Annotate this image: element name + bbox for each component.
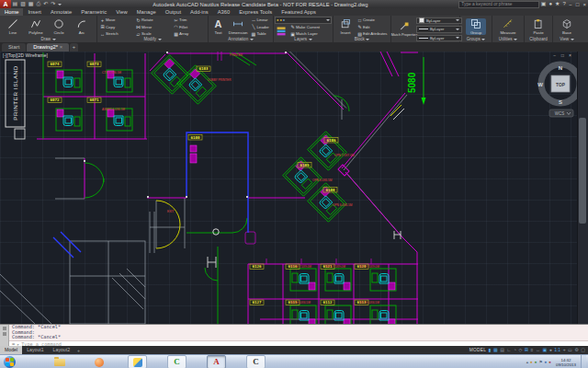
signin-icon[interactable]: ▣ — [541, 0, 547, 8]
taskbar-autocad-button[interactable]: A — [207, 355, 226, 368]
tab-output[interactable]: Output — [161, 8, 186, 16]
infocenter-search-input[interactable]: Type a keyword or phrase — [458, 1, 539, 8]
tab-addins[interactable]: Add-ins — [186, 8, 213, 16]
tool-scale[interactable]: ▱Scale — [135, 30, 172, 37]
tab-a360[interactable]: A360 — [213, 8, 235, 16]
transparency-icon[interactable]: ↔ — [536, 346, 540, 354]
undo-icon[interactable]: ↶ — [43, 0, 48, 8]
tool-line[interactable]: Line — [2, 18, 24, 35]
tool-leader[interactable]: ╲Leader — [250, 24, 271, 30]
model-space-label[interactable]: MODEL — [469, 348, 487, 352]
linetype-dropdown[interactable]: ByLayer — [416, 35, 462, 42]
tool-paste[interactable]: Paste — [528, 18, 548, 35]
scrollbar-thumb[interactable] — [579, 118, 586, 224]
tool-edit-block[interactable]: ✎Edit — [356, 24, 389, 30]
favorites-icon[interactable]: ★ — [555, 0, 560, 8]
annotation-visibility-icon[interactable]: ● — [549, 346, 552, 354]
tool-mirror[interactable]: ⋈Mirror — [135, 24, 172, 30]
isodraft-icon[interactable]: ◇ — [518, 346, 522, 354]
tool-fillet[interactable]: ◠Fillet — [173, 24, 206, 30]
recent-commands-icon[interactable] — [3, 332, 6, 336]
tool-measure[interactable]: Measure — [496, 18, 520, 35]
start-button[interactable] — [4, 356, 16, 368]
open-icon[interactable]: ▨ — [20, 0, 26, 8]
taskbar-photo-button[interactable] — [128, 355, 147, 368]
save-icon[interactable]: ▦ — [28, 0, 34, 8]
file-tab-start[interactable]: Start — [2, 43, 26, 52]
wcs-dropdown[interactable]: WCS — [549, 109, 573, 117]
model-paper-icon[interactable]: ▮ — [489, 346, 492, 354]
viewcube-south[interactable]: S — [559, 99, 562, 105]
taskbar-explorer-button[interactable] — [51, 356, 68, 368]
close-button[interactable]: × — [582, 2, 586, 7]
help-icon[interactable]: ? — [563, 0, 566, 8]
tool-insert[interactable]: Insert — [335, 18, 356, 35]
taskbar-media-button[interactable] — [90, 356, 107, 368]
tool-text[interactable]: A Text — [210, 18, 226, 35]
tray-update-icon[interactable]: ● — [530, 360, 533, 364]
taskbar-camtasia-button[interactable]: C — [167, 355, 187, 368]
tab-parametric[interactable]: Parametric — [76, 8, 111, 16]
new-icon[interactable]: ▤ — [13, 0, 18, 8]
tab-featured-apps[interactable]: Featured Apps — [277, 8, 321, 16]
tool-make-current[interactable]: ✎Make Current — [289, 24, 331, 30]
tool-circle[interactable]: Circle — [48, 18, 70, 35]
osnap-icon[interactable]: ⊞ — [525, 346, 528, 354]
tool-arc[interactable]: Arc — [71, 18, 93, 35]
document-window-controls[interactable]: − □ × — [553, 52, 573, 58]
tab-layout2[interactable]: Layout2 — [49, 346, 74, 354]
tab-home[interactable]: Home — [0, 8, 23, 16]
workspace-icon[interactable]: ▭ — [568, 346, 572, 354]
viewcube-west[interactable]: W — [537, 82, 543, 87]
tool-rotate[interactable]: ↻Rotate — [135, 17, 172, 23]
add-scales-icon[interactable]: + — [563, 346, 566, 354]
tool-match-properties[interactable]: Match Properties — [393, 21, 415, 37]
gear-icon[interactable]: ⚙ — [574, 346, 578, 354]
dynamic-input-icon[interactable]: ▣ — [542, 346, 547, 354]
tab-annotate[interactable]: Annotate — [46, 8, 76, 16]
viewcube[interactable]: TOP N S W E WCS — [537, 64, 582, 117]
tab-manage[interactable]: Manage — [132, 8, 161, 16]
tray-antivirus-icon[interactable]: ● — [535, 360, 537, 364]
tool-table[interactable]: ▦Table — [250, 30, 271, 37]
taskbar-recorder-button[interactable]: C — [246, 355, 266, 368]
tray-network-icon[interactable]: ⚑ — [539, 360, 543, 364]
lineweight-icon[interactable]: ≡ — [530, 346, 533, 354]
tool-move[interactable]: +Move — [99, 17, 134, 23]
layer-filter-dropdown[interactable]: ● ● ● — [275, 17, 332, 24]
drawing-canvas[interactable]: PRINTER ISLAND 6074 6073 6072 6071 6103 … — [0, 52, 588, 324]
show-desktop-button[interactable] — [581, 355, 586, 368]
tray-show-hidden-icon[interactable]: ▴ — [526, 360, 528, 364]
exchange-icon[interactable]: ● — [548, 0, 552, 8]
scale-label[interactable]: 1:1 — [554, 346, 560, 354]
customize-icon[interactable] — [3, 327, 6, 330]
tool-create-block[interactable]: □Create — [356, 17, 389, 23]
ortho-icon[interactable]: ∟ — [506, 346, 511, 354]
vertical-scrollbar[interactable] — [577, 52, 588, 324]
tool-edit-attributes[interactable]: ▨Edit Attributes — [356, 30, 389, 37]
polar-tracking-icon[interactable]: ◔ — [514, 346, 516, 354]
layer-properties-icon[interactable] — [276, 25, 288, 37]
tool-stretch[interactable]: ↔Stretch — [99, 30, 134, 37]
redo-icon[interactable]: ↷ — [51, 0, 55, 8]
tab-insert[interactable]: Insert — [23, 8, 46, 16]
tool-array[interactable]: ▦Array — [173, 30, 206, 37]
new-drawing-button[interactable]: + — [70, 43, 78, 52]
tool-base[interactable]: Base — [557, 18, 577, 35]
tool-copy[interactable]: ⊞Copy — [99, 24, 134, 30]
tool-linear[interactable]: ─Linear — [250, 17, 271, 23]
taskbar-clock[interactable]: 14:32 09/10/2013 — [553, 358, 579, 367]
tool-trim[interactable]: ✂Trim — [173, 17, 206, 23]
tray-action-center-icon[interactable]: ● — [548, 360, 551, 364]
clean-screen-icon[interactable]: ▢ — [581, 346, 585, 354]
snap-icon[interactable]: ▤ — [500, 346, 504, 354]
grid-icon[interactable]: ▦ — [493, 346, 498, 354]
tray-volume-icon[interactable]: ● — [545, 360, 548, 364]
app-logo-button[interactable]: A — [0, 0, 11, 8]
file-tab-drawing2[interactable]: Drawing2* × — [27, 43, 69, 52]
restore-button[interactable]: □ — [576, 2, 580, 7]
tool-group[interactable]: Group — [466, 18, 486, 35]
new-layout-button[interactable]: + — [77, 348, 80, 353]
tab-view[interactable]: View — [111, 8, 131, 16]
tab-express-tools[interactable]: Express Tools — [234, 8, 277, 16]
